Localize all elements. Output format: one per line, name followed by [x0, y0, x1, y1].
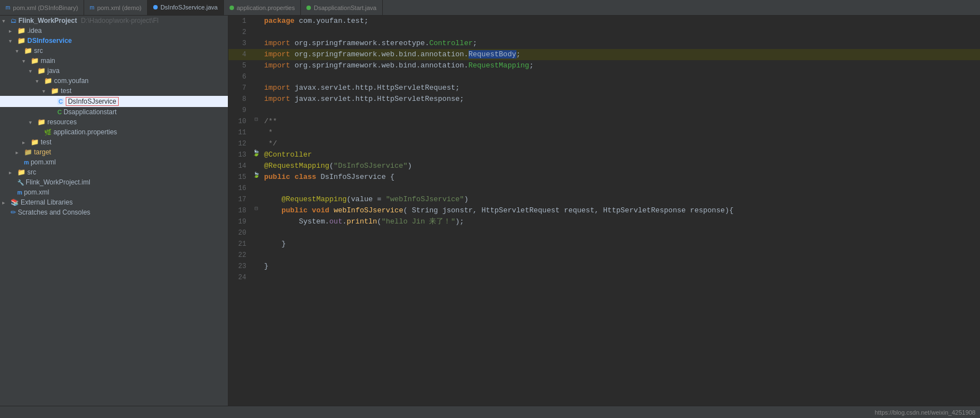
folder-icon: 📁 [17, 168, 26, 176]
main-area: ▾ 🗂 Flink_WorkProject D:\Hadoop\work-pro… [0, 16, 980, 406]
status-bar: https://blog.csdn.net/weixin_4251908 [0, 406, 980, 418]
project-tree: ▾ 🗂 Flink_WorkProject D:\Hadoop\work-pro… [0, 16, 228, 406]
arrow-icon: ▸ [22, 139, 29, 145]
tree-item-idea[interactable]: ▸ 📁 .idea [0, 26, 228, 36]
arrow-icon: ▾ [36, 78, 42, 84]
tab-label: DsInfoSJservice.java [160, 4, 218, 11]
tab-pom-demo[interactable]: m pom.xml (demo) [84, 0, 148, 15]
code-line: 3 import org.springframework.stereotype.… [228, 38, 980, 49]
item-label: java [47, 67, 60, 75]
tree-item-dsinfo-service[interactable]: ▾ 📁 DSInfoservice [0, 36, 228, 46]
code-editor[interactable]: 1 package com.youfan.test; 2 3 import or… [228, 16, 980, 406]
java-icon [153, 5, 158, 9]
tree-item-pom-root[interactable]: m pom.xml [0, 187, 228, 197]
tree-item-iml[interactable]: 🔧 Flink_WorkProject.iml [0, 177, 228, 187]
tree-item-pom-dsinfo[interactable]: m pom.xml [0, 157, 228, 167]
tab-dsapplication-start[interactable]: DsapplicationStart.java [301, 0, 383, 15]
tree-item-external-libraries[interactable]: ▸ 📚 External Libraries [0, 197, 228, 207]
iml-icon: 🔧 [17, 179, 24, 186]
tab-pom-binary[interactable]: m pom.xml (DSInfoBinary) [0, 0, 84, 15]
library-icon: 📚 [11, 198, 19, 206]
java-class-icon: C [57, 98, 64, 105]
code-line: 23 } [228, 261, 980, 272]
item-label: .idea [27, 27, 42, 35]
item-label: test [61, 87, 71, 95]
item-label: Dsapplicationstart [64, 108, 116, 116]
item-label: External Libraries [21, 198, 72, 206]
code-line: 2 [228, 27, 980, 38]
folder-icon: 📁 [51, 87, 59, 95]
folder-icon: 📁 [17, 27, 26, 35]
code-line: 13 🍃 @Controller [228, 149, 980, 161]
code-line: 6 [228, 71, 980, 82]
arrow-icon: ▾ [22, 58, 29, 64]
item-label: pom.xml [31, 158, 56, 166]
arrow-icon: ▾ [42, 88, 49, 94]
arrow-icon: ▾ [16, 48, 22, 54]
item-label: application.properties [53, 128, 117, 136]
arrow-icon: ▸ [9, 28, 16, 34]
tree-item-main[interactable]: ▾ 📁 main [0, 56, 228, 66]
code-line: 8 import javax.servlet.http.HttpServletR… [228, 94, 980, 105]
item-label: Flink_WorkProject.iml [26, 178, 90, 186]
item-label: pom.xml [24, 188, 49, 196]
code-line: 24 [228, 272, 980, 283]
java-icon [306, 6, 311, 10]
code-line: 1 package com.youfan.test; [228, 16, 980, 27]
folder-icon: 📁 [24, 47, 32, 55]
tab-label: pom.xml (DSInfoBinary) [13, 4, 78, 11]
code-line: 22 [228, 250, 980, 261]
scratches-icon: ✏ [11, 208, 16, 216]
xml-icon: m [24, 159, 29, 166]
item-label: com.youfan [54, 77, 89, 85]
arrow-icon: ▸ [16, 149, 22, 155]
code-line: 17 @RequestMapping(value = "webInfoSJser… [228, 194, 980, 205]
tab-application-properties[interactable]: application.properties [224, 0, 301, 15]
tree-item-app-properties[interactable]: 🌿 application.properties [0, 127, 228, 137]
tree-item-dsapp-start[interactable]: C Dsapplicationstart [0, 107, 228, 117]
xml-icon: m [90, 4, 94, 11]
code-line: 15 🍃 public class DsInfoSJservice { [228, 172, 980, 183]
tree-item-dsinfo-sjservice[interactable]: C DsInfoSJservice [0, 96, 228, 107]
properties-icon: 🌿 [44, 129, 52, 136]
arrow-icon: ▾ [29, 68, 36, 74]
item-label: main [41, 57, 55, 65]
tree-item-scratches[interactable]: ✏ Scratches and Consoles [0, 207, 228, 217]
tab-bar: m pom.xml (DSInfoBinary) m pom.xml (demo… [0, 0, 980, 16]
code-line: 16 [228, 183, 980, 194]
folder-icon: 📁 [31, 138, 39, 146]
item-label: resources [47, 118, 77, 126]
tree-item-resources[interactable]: ▾ 📁 resources [0, 117, 228, 127]
tree-item-test-folder[interactable]: ▾ 📁 test [0, 86, 228, 96]
tree-item-target[interactable]: ▸ 📁 target [0, 147, 228, 157]
properties-icon [230, 6, 234, 10]
code-line: 19 System.out.println("hello Jin 来了！"); [228, 216, 980, 227]
code-line: 5 import org.springframework.web.bind.an… [228, 60, 980, 71]
tab-label: application.properties [237, 4, 295, 11]
folder-icon: 📁 [37, 67, 46, 75]
xml-icon: m [6, 4, 10, 11]
arrow-icon: ▸ [2, 200, 9, 206]
folder-icon: 📁 [24, 148, 32, 156]
tree-item-com-youfan[interactable]: ▾ 📁 com.youfan [0, 76, 228, 86]
code-line: 7 import javax.servlet.http.HttpServletR… [228, 82, 980, 94]
code-line: 12 */ [228, 138, 980, 149]
tree-item-test[interactable]: ▸ 📁 test [0, 137, 228, 147]
folder-icon: 📁 [31, 57, 39, 65]
code-line: 20 [228, 227, 980, 239]
tree-item-project-root[interactable]: ▾ 🗂 Flink_WorkProject D:\Hadoop\work-pro… [0, 16, 228, 26]
code-line: 11 * [228, 127, 980, 138]
tree-item-java[interactable]: ▾ 📁 java [0, 66, 228, 76]
tab-label: DsapplicationStart.java [314, 4, 377, 11]
arrow-icon: ▾ [29, 119, 36, 125]
code-line: 10 ⊟ /** [228, 116, 980, 127]
item-label: src [27, 168, 36, 176]
arrow-icon: ▾ [9, 38, 16, 44]
tree-item-src-root[interactable]: ▸ 📁 src [0, 167, 228, 177]
tree-item-src[interactable]: ▾ 📁 src [0, 46, 228, 56]
tab-dsinfo-java[interactable]: DsInfoSJservice.java [148, 0, 224, 15]
project-name: Flink_WorkProject [18, 17, 77, 25]
tab-label: pom.xml (demo) [97, 4, 141, 11]
folder-icon: 📁 [37, 118, 46, 126]
item-label: test [41, 138, 51, 146]
